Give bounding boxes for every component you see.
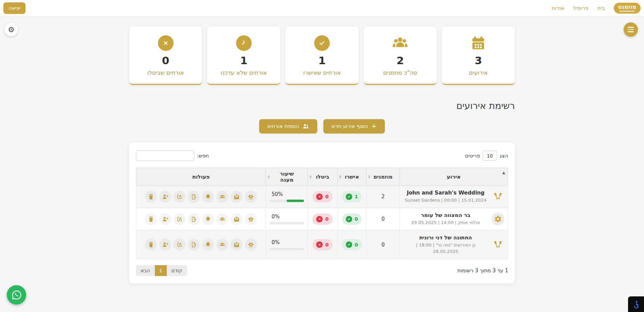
reminder-action-icon[interactable] xyxy=(202,239,214,251)
column-header-response-rate[interactable]: שיעור מענה▲▼ xyxy=(266,168,308,186)
hamburger-icon xyxy=(628,27,634,32)
reminder-action-icon[interactable] xyxy=(202,191,214,203)
menu-fab[interactable] xyxy=(624,22,638,37)
logout-button[interactable]: יציאה xyxy=(3,2,25,14)
stat-card-events[interactable]: 3 אירועים xyxy=(442,26,515,85)
guests-action-icon[interactable] xyxy=(216,239,228,251)
settings-fab[interactable]: ⚙ xyxy=(4,23,18,36)
view-action-icon[interactable] xyxy=(245,213,257,225)
edit-action-icon[interactable] xyxy=(174,191,185,203)
stat-value-cancelled: 0 xyxy=(162,55,169,66)
add-guests-label: הוספת אורחים xyxy=(267,123,299,129)
users-plus-icon xyxy=(302,123,309,130)
pagination-previous[interactable]: קודם xyxy=(167,265,187,276)
row-actions xyxy=(140,191,262,203)
pagination-next[interactable]: הבא xyxy=(136,265,155,276)
add-guests-button[interactable]: הוספת אורחים xyxy=(259,119,317,133)
stat-card-cancelled[interactable]: 0 אורחים שביטלו xyxy=(129,26,202,85)
star-of-david-icon xyxy=(491,213,504,225)
stat-card-total-invited[interactable]: 2 סה"כ מוזמנים xyxy=(364,26,437,85)
response-rate-bar xyxy=(269,200,304,202)
cancelled-badge: 0 xyxy=(312,214,332,225)
stat-value-total-invited: 2 xyxy=(396,55,404,66)
edit-action-icon[interactable] xyxy=(174,213,185,225)
nav-link-about[interactable]: אודות xyxy=(552,5,564,11)
event-subtitle: גן האירועים "נווה נוי" | 18:00 | 28.05.2… xyxy=(405,242,486,255)
whatsapp-fab[interactable] xyxy=(7,285,26,305)
stats-row: 3 אירועים 2 סה"כ מוזמנים 1 אורחים שאישרו… xyxy=(129,26,515,85)
event-title[interactable]: John and Sarah's Wedding xyxy=(403,190,488,196)
delete-action-icon[interactable] xyxy=(145,239,157,251)
view-action-icon[interactable] xyxy=(245,239,257,251)
sort-carets-icon: ▲▼ xyxy=(368,175,370,179)
event-title[interactable]: החתונה של דני ורונית xyxy=(405,235,486,241)
stat-label-pending: אורחים שלא עדכנו xyxy=(221,69,267,76)
event-subtitle: אולמי אופק | 14:00 | 29.05.2025 xyxy=(403,220,488,226)
search-label: חפש: xyxy=(197,153,209,159)
add-guest-action-icon[interactable] xyxy=(159,239,171,251)
export-action-icon[interactable] xyxy=(188,191,200,203)
reminder-action-icon[interactable] xyxy=(202,213,214,225)
table-header-row: אירוע▲ מוזמנים▲▼ אישרו▲▼ ביטלו▲▼ שיעור מ… xyxy=(136,168,508,186)
length-prefix-label: הצג xyxy=(500,153,508,159)
add-event-button[interactable]: הוסף אירוע חדש xyxy=(323,119,385,133)
pagination-page-1[interactable]: 1 xyxy=(155,265,167,276)
accessibility-widget[interactable] xyxy=(628,296,644,312)
clock-icon xyxy=(236,34,252,52)
search-control: חפש: xyxy=(136,150,209,161)
response-rate-bar xyxy=(269,248,304,250)
guests-action-icon[interactable] xyxy=(216,213,228,225)
top-navbar: מוזמנט בית פרופיל אודות יציאה xyxy=(0,0,644,16)
check-icon xyxy=(346,241,352,248)
x-icon xyxy=(316,241,323,248)
pagination: קודם 1 הבא xyxy=(136,265,187,276)
event-title[interactable]: בר המצווה של עומר xyxy=(403,212,488,218)
stat-label-cancelled: אורחים שביטלו xyxy=(147,69,184,76)
nav-link-profile[interactable]: פרופיל xyxy=(573,5,589,11)
add-event-label: הוסף אירוע חדש xyxy=(332,123,368,129)
search-input[interactable] xyxy=(136,150,194,161)
invited-count: 2 xyxy=(366,186,400,208)
column-header-event[interactable]: אירוע▲ xyxy=(399,168,508,186)
cancelled-badge: 0 xyxy=(312,191,332,202)
stat-card-confirmed[interactable]: 1 אורחים שאישרו xyxy=(285,26,358,85)
stat-label-total-invited: סה"כ מוזמנים xyxy=(383,69,417,76)
delete-action-icon[interactable] xyxy=(145,191,157,203)
response-rate-value: 0% xyxy=(269,214,304,220)
brand-logo-tagline xyxy=(619,11,635,12)
column-header-invited[interactable]: מוזמנים▲▼ xyxy=(366,168,400,186)
brand-logo-text: מוזמנט xyxy=(618,4,636,10)
edit-action-icon[interactable] xyxy=(174,239,185,251)
sort-carets-icon: ▲▼ xyxy=(339,175,341,179)
nav-links: בית פרופיל אודות xyxy=(552,5,605,11)
brand-logo[interactable]: מוזמנט xyxy=(614,3,641,14)
add-guest-action-icon[interactable] xyxy=(159,213,171,225)
sort-carets-icon: ▲▼ xyxy=(309,175,311,179)
page-length-control: הצג פריטים xyxy=(465,151,508,161)
table-row: החתונה של דני ורונית גן האירועים "נווה נ… xyxy=(136,230,508,259)
x-icon xyxy=(316,194,323,200)
wedding-toast-icon xyxy=(491,190,504,203)
response-rate-value: 0% xyxy=(269,239,304,245)
invited-count: 0 xyxy=(366,230,400,259)
send-invite-action-icon[interactable] xyxy=(231,213,243,225)
export-action-icon[interactable] xyxy=(188,239,200,251)
event-subtitle: Sunset Gardens | 00:00 | 15.01.2024 xyxy=(403,197,488,204)
table-row: John and Sarah's Wedding Sunset Gardens … xyxy=(136,186,508,208)
length-select[interactable] xyxy=(483,151,497,161)
stat-label-events: אירועים xyxy=(469,69,488,76)
column-header-cancelled[interactable]: ביטלו▲▼ xyxy=(308,168,338,186)
nav-link-home[interactable]: בית xyxy=(597,5,605,11)
export-action-icon[interactable] xyxy=(188,213,200,225)
send-invite-action-icon[interactable] xyxy=(231,191,243,203)
stat-card-pending[interactable]: 1 אורחים שלא עדכנו xyxy=(207,26,280,85)
column-header-confirmed[interactable]: אישרו▲▼ xyxy=(337,168,366,186)
view-action-icon[interactable] xyxy=(245,191,257,203)
send-invite-action-icon[interactable] xyxy=(231,239,243,251)
delete-action-icon[interactable] xyxy=(145,213,157,225)
add-guest-action-icon[interactable] xyxy=(159,191,171,203)
accessibility-icon xyxy=(632,300,641,309)
length-suffix-label: פריטים xyxy=(465,153,480,159)
confirmed-badge: 0 xyxy=(342,239,362,250)
guests-action-icon[interactable] xyxy=(216,191,228,203)
